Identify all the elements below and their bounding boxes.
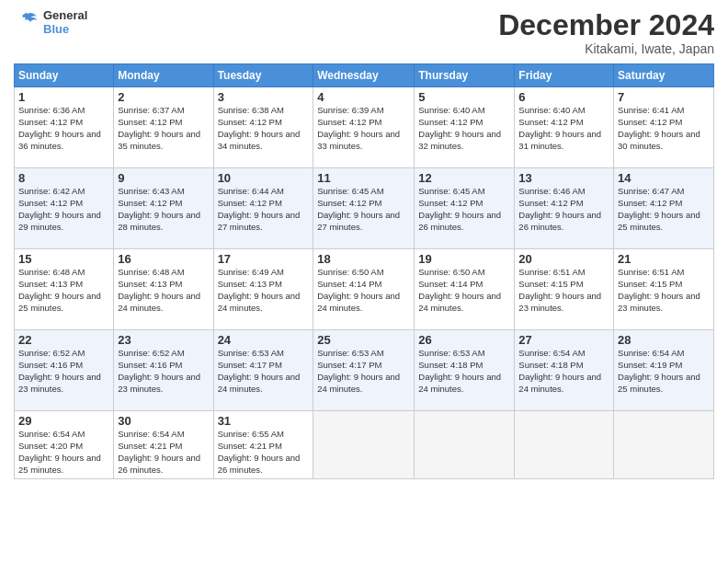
day-number: 2 <box>118 90 209 104</box>
day-number: 31 <box>218 414 310 428</box>
table-row: 22 Sunrise: 6:52 AM Sunset: 4:16 PM Dayl… <box>15 330 114 411</box>
day-number: 18 <box>317 252 410 266</box>
table-row: 7 Sunrise: 6:41 AM Sunset: 4:12 PM Dayli… <box>614 87 714 168</box>
day-info: Sunrise: 6:48 AM Sunset: 4:13 PM Dayligh… <box>18 267 109 314</box>
day-info: Sunrise: 6:49 AM Sunset: 4:13 PM Dayligh… <box>218 267 310 314</box>
logo-bird-icon <box>14 9 41 37</box>
day-info: Sunrise: 6:51 AM Sunset: 4:15 PM Dayligh… <box>618 267 710 314</box>
day-info: Sunrise: 6:43 AM Sunset: 4:12 PM Dayligh… <box>118 186 209 233</box>
col-sunday: Sunday <box>15 64 114 87</box>
table-row: 28 Sunrise: 6:54 AM Sunset: 4:19 PM Dayl… <box>614 330 714 411</box>
calendar-week-row: 15 Sunrise: 6:48 AM Sunset: 4:13 PM Dayl… <box>15 249 714 330</box>
day-number: 8 <box>18 171 109 185</box>
logo-blue: Blue <box>43 23 87 37</box>
day-number: 29 <box>18 414 109 428</box>
day-number: 17 <box>218 252 310 266</box>
location: Kitakami, Iwate, Japan <box>498 41 714 56</box>
day-number: 21 <box>618 252 710 266</box>
day-info: Sunrise: 6:54 AM Sunset: 4:19 PM Dayligh… <box>618 348 710 395</box>
table-row: 31 Sunrise: 6:55 AM Sunset: 4:21 PM Dayl… <box>213 411 313 479</box>
table-row: 1 Sunrise: 6:36 AM Sunset: 4:12 PM Dayli… <box>15 87 114 168</box>
day-number: 27 <box>518 333 609 347</box>
table-row: 18 Sunrise: 6:50 AM Sunset: 4:14 PM Dayl… <box>313 249 415 330</box>
day-info: Sunrise: 6:53 AM Sunset: 4:17 PM Dayligh… <box>218 348 310 395</box>
day-number: 9 <box>118 171 209 185</box>
day-number: 23 <box>118 333 209 347</box>
day-number: 14 <box>618 171 710 185</box>
page-container: General Blue December 2024 Kitakami, Iwa… <box>0 0 728 563</box>
day-number: 5 <box>418 90 510 104</box>
table-row: 25 Sunrise: 6:53 AM Sunset: 4:17 PM Dayl… <box>313 330 415 411</box>
table-row: 14 Sunrise: 6:47 AM Sunset: 4:12 PM Dayl… <box>614 168 714 249</box>
day-info: Sunrise: 6:54 AM Sunset: 4:20 PM Dayligh… <box>18 429 109 476</box>
table-row: 9 Sunrise: 6:43 AM Sunset: 4:12 PM Dayli… <box>114 168 213 249</box>
logo: General Blue <box>14 9 87 37</box>
day-info: Sunrise: 6:37 AM Sunset: 4:12 PM Dayligh… <box>118 105 209 152</box>
day-info: Sunrise: 6:40 AM Sunset: 4:12 PM Dayligh… <box>418 105 510 152</box>
title-block: December 2024 Kitakami, Iwate, Japan <box>498 9 714 56</box>
table-row: 6 Sunrise: 6:40 AM Sunset: 4:12 PM Dayli… <box>515 87 614 168</box>
table-row: 10 Sunrise: 6:44 AM Sunset: 4:12 PM Dayl… <box>213 168 313 249</box>
day-info: Sunrise: 6:54 AM Sunset: 4:21 PM Dayligh… <box>118 429 209 476</box>
month-title: December 2024 <box>498 9 714 41</box>
table-row: 15 Sunrise: 6:48 AM Sunset: 4:13 PM Dayl… <box>15 249 114 330</box>
day-number: 7 <box>618 90 710 104</box>
col-wednesday: Wednesday <box>313 64 415 87</box>
table-row <box>415 411 515 479</box>
day-number: 12 <box>418 171 510 185</box>
col-saturday: Saturday <box>614 64 714 87</box>
calendar-table: Sunday Monday Tuesday Wednesday Thursday… <box>14 63 714 479</box>
day-info: Sunrise: 6:52 AM Sunset: 4:16 PM Dayligh… <box>18 348 109 395</box>
table-row: 21 Sunrise: 6:51 AM Sunset: 4:15 PM Dayl… <box>614 249 714 330</box>
day-number: 24 <box>218 333 310 347</box>
table-row: 30 Sunrise: 6:54 AM Sunset: 4:21 PM Dayl… <box>114 411 213 479</box>
day-number: 30 <box>118 414 209 428</box>
table-row: 3 Sunrise: 6:38 AM Sunset: 4:12 PM Dayli… <box>213 87 313 168</box>
day-info: Sunrise: 6:52 AM Sunset: 4:16 PM Dayligh… <box>118 348 209 395</box>
day-number: 28 <box>618 333 710 347</box>
day-number: 11 <box>317 171 410 185</box>
day-info: Sunrise: 6:44 AM Sunset: 4:12 PM Dayligh… <box>218 186 310 233</box>
calendar-week-row: 8 Sunrise: 6:42 AM Sunset: 4:12 PM Dayli… <box>15 168 714 249</box>
day-number: 3 <box>218 90 310 104</box>
day-info: Sunrise: 6:55 AM Sunset: 4:21 PM Dayligh… <box>218 429 310 476</box>
day-info: Sunrise: 6:40 AM Sunset: 4:12 PM Dayligh… <box>518 105 609 152</box>
day-info: Sunrise: 6:50 AM Sunset: 4:14 PM Dayligh… <box>418 267 510 314</box>
day-number: 13 <box>518 171 609 185</box>
day-number: 20 <box>518 252 609 266</box>
day-number: 10 <box>218 171 310 185</box>
calendar-week-row: 1 Sunrise: 6:36 AM Sunset: 4:12 PM Dayli… <box>15 87 714 168</box>
day-number: 16 <box>118 252 209 266</box>
calendar-header-row: Sunday Monday Tuesday Wednesday Thursday… <box>15 64 714 87</box>
table-row: 24 Sunrise: 6:53 AM Sunset: 4:17 PM Dayl… <box>213 330 313 411</box>
day-info: Sunrise: 6:38 AM Sunset: 4:12 PM Dayligh… <box>218 105 310 152</box>
day-info: Sunrise: 6:48 AM Sunset: 4:13 PM Dayligh… <box>118 267 209 314</box>
table-row: 2 Sunrise: 6:37 AM Sunset: 4:12 PM Dayli… <box>114 87 213 168</box>
day-info: Sunrise: 6:45 AM Sunset: 4:12 PM Dayligh… <box>317 186 410 233</box>
col-friday: Friday <box>515 64 614 87</box>
logo-general: General <box>43 9 87 23</box>
table-row: 13 Sunrise: 6:46 AM Sunset: 4:12 PM Dayl… <box>515 168 614 249</box>
day-info: Sunrise: 6:45 AM Sunset: 4:12 PM Dayligh… <box>418 186 510 233</box>
table-row <box>614 411 714 479</box>
day-number: 6 <box>518 90 609 104</box>
day-number: 1 <box>18 90 109 104</box>
table-row: 12 Sunrise: 6:45 AM Sunset: 4:12 PM Dayl… <box>415 168 515 249</box>
day-info: Sunrise: 6:53 AM Sunset: 4:17 PM Dayligh… <box>317 348 410 395</box>
day-number: 25 <box>317 333 410 347</box>
col-tuesday: Tuesday <box>213 64 313 87</box>
day-info: Sunrise: 6:41 AM Sunset: 4:12 PM Dayligh… <box>618 105 710 152</box>
table-row: 4 Sunrise: 6:39 AM Sunset: 4:12 PM Dayli… <box>313 87 415 168</box>
col-thursday: Thursday <box>415 64 515 87</box>
table-row: 29 Sunrise: 6:54 AM Sunset: 4:20 PM Dayl… <box>15 411 114 479</box>
table-row: 20 Sunrise: 6:51 AM Sunset: 4:15 PM Dayl… <box>515 249 614 330</box>
day-info: Sunrise: 6:39 AM Sunset: 4:12 PM Dayligh… <box>317 105 410 152</box>
day-info: Sunrise: 6:36 AM Sunset: 4:12 PM Dayligh… <box>18 105 109 152</box>
day-number: 4 <box>317 90 410 104</box>
day-info: Sunrise: 6:42 AM Sunset: 4:12 PM Dayligh… <box>18 186 109 233</box>
day-number: 19 <box>418 252 510 266</box>
calendar-week-row: 29 Sunrise: 6:54 AM Sunset: 4:20 PM Dayl… <box>15 411 714 479</box>
table-row: 23 Sunrise: 6:52 AM Sunset: 4:16 PM Dayl… <box>114 330 213 411</box>
day-number: 15 <box>18 252 109 266</box>
table-row: 11 Sunrise: 6:45 AM Sunset: 4:12 PM Dayl… <box>313 168 415 249</box>
